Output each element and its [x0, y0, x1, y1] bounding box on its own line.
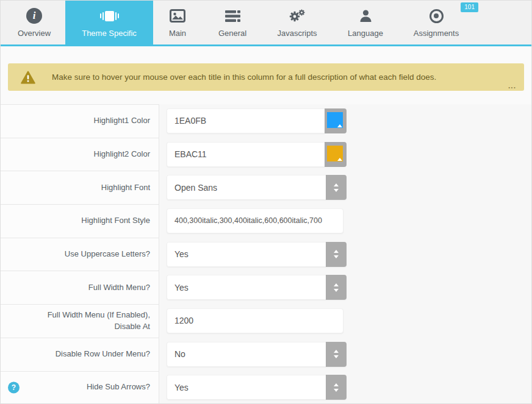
field-label-highlight1-color: Highlight1 Color	[1, 104, 159, 138]
form-row: Highlight Font Open Sans	[1, 171, 531, 204]
tab-javascripts[interactable]: Javascripts	[263, 1, 331, 46]
tab-label: Theme Specific	[82, 29, 137, 38]
field-label-full-width-menu: Full Width Menu?	[1, 271, 159, 304]
color-swatch-button[interactable]	[325, 142, 347, 167]
assignments-count-badge: 101	[461, 2, 478, 12]
tab-label: General	[218, 29, 246, 38]
uppercase-letters-select[interactable]: Yes	[167, 242, 347, 267]
settings-panel: i Overview Theme Specific Main	[0, 0, 532, 404]
disable-at-input[interactable]	[167, 308, 343, 333]
tab-assignments[interactable]: 101 Assignments	[400, 1, 473, 46]
gears-icon	[289, 7, 306, 24]
carousel-icon	[100, 7, 119, 24]
info-icon: i	[26, 7, 42, 24]
tab-theme-specific[interactable]: Theme Specific	[65, 1, 153, 46]
tab-label: Overview	[18, 29, 51, 38]
field-label-highlight-font-style: Highlight Font Style	[1, 204, 159, 238]
list-bars-icon	[225, 7, 240, 24]
field-label-uppercase-letters: Use Uppercase Letters?	[1, 238, 159, 271]
color-swatch	[327, 146, 343, 161]
hide-sub-arrows-select[interactable]: Yes	[167, 375, 347, 400]
form-row: ? Hide Sub Arrows? Yes	[1, 371, 531, 404]
user-icon	[359, 7, 372, 24]
warning-banner: Make sure to hover your mouse over each …	[8, 63, 524, 91]
swatch-corner-icon	[337, 158, 342, 161]
select-stepper-icon	[326, 175, 347, 200]
tab-label: Assignments	[414, 29, 459, 38]
field-label-highlight-font: Highlight Font	[1, 171, 159, 204]
field-label-hide-sub-arrows: ? Hide Sub Arrows?	[1, 371, 159, 404]
full-width-menu-select[interactable]: Yes	[167, 275, 347, 300]
highlight1-color-input[interactable]	[167, 108, 325, 133]
select-stepper-icon	[326, 375, 347, 400]
banner-more-ellipsis[interactable]: ...	[508, 82, 516, 90]
tab-label: Javascripts	[277, 29, 317, 38]
highlight2-color-input[interactable]	[167, 142, 325, 167]
form-row: Full Width Menu (If Enabled), Disable At	[1, 304, 531, 338]
image-icon	[170, 7, 185, 24]
select-stepper-icon	[326, 242, 347, 267]
field-label-disable-at: Full Width Menu (If Enabled), Disable At	[1, 304, 159, 338]
color-swatch-button[interactable]	[325, 108, 347, 133]
tab-label: Language	[348, 29, 383, 38]
warning-triangle-icon	[21, 71, 35, 84]
highlight-font-select[interactable]: Open Sans	[167, 175, 347, 200]
tab-language[interactable]: Language	[331, 1, 400, 46]
select-stepper-icon	[326, 342, 347, 367]
tab-general[interactable]: General	[202, 1, 263, 46]
tab-bar: i Overview Theme Specific Main	[1, 1, 531, 46]
form-row: Full Width Menu? Yes	[1, 271, 531, 304]
disable-row-under-menu-select[interactable]: No	[167, 342, 347, 367]
form-row: Highlight Font Style	[1, 204, 531, 238]
form-row: Highlight2 Color	[1, 138, 531, 171]
form-row: Disable Row Under Menu? No	[1, 338, 531, 371]
form-row: Highlight1 Color	[1, 104, 531, 138]
highlight-font-style-input[interactable]	[167, 208, 343, 233]
target-icon	[430, 7, 444, 24]
warning-message: Make sure to hover your mouse over each …	[52, 73, 436, 82]
field-label-disable-row-under-menu: Disable Row Under Menu?	[1, 338, 159, 371]
field-label-highlight2-color: Highlight2 Color	[1, 138, 159, 171]
select-stepper-icon	[326, 275, 347, 300]
tab-overview[interactable]: i Overview	[3, 1, 65, 46]
form-row: Use Uppercase Letters? Yes	[1, 238, 531, 271]
color-swatch	[327, 112, 343, 128]
tab-label: Main	[169, 29, 186, 38]
tab-main[interactable]: Main	[153, 1, 202, 46]
swatch-corner-icon	[337, 124, 342, 127]
theme-settings-form: Highlight1 Color Highlight2 Color	[1, 104, 531, 404]
help-question-icon[interactable]: ?	[8, 381, 20, 393]
